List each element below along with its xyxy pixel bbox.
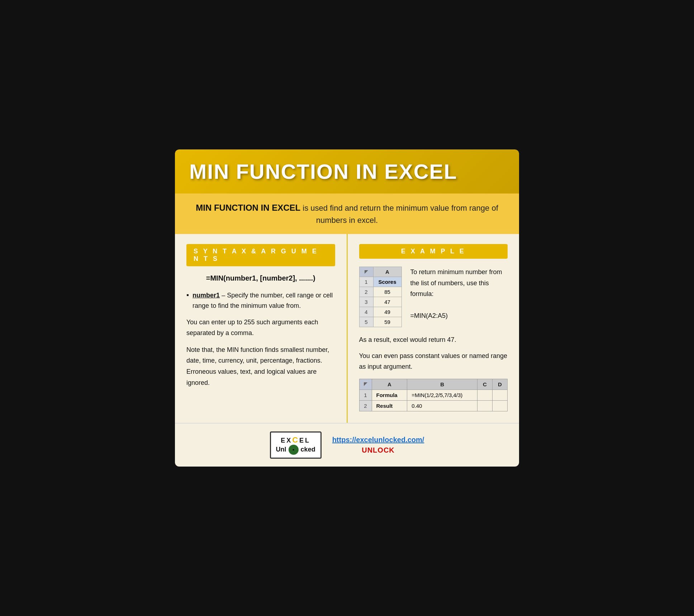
example-header: E X A M P L E bbox=[359, 244, 508, 259]
footer: EXCEL Unl cked https://excelunlocked.com… bbox=[175, 423, 519, 467]
logo-top: EXCEL bbox=[281, 435, 310, 445]
example-table-2: A B C D 1 Formula =MIN(1/2,2/5,7/3,4/3) bbox=[359, 379, 508, 411]
result-text: As a result, excel would return 47. bbox=[359, 334, 508, 345]
argument-item: ▪ number1 – Specify the number, cell ran… bbox=[186, 290, 335, 311]
logo-box: EXCEL Unl cked bbox=[270, 431, 322, 459]
formula1-text: =MIN(A2:A5) bbox=[410, 310, 508, 321]
extra-info-1: You can enter up to 255 such arguments e… bbox=[186, 317, 335, 339]
footer-links: https://excelunlocked.com/ UNLOCK bbox=[332, 436, 424, 454]
description-text: MIN FUNCTION IN EXCEL is used find and r… bbox=[189, 201, 505, 226]
table-row: 2 Result 0.40 bbox=[359, 400, 508, 411]
description-bold: MIN FUNCTION IN EXCEL bbox=[196, 203, 300, 213]
syntax-header: S Y N T A X & A R G U M E N T S bbox=[186, 244, 335, 266]
example-table-1: A 1 Scores 2 85 3 bbox=[359, 267, 402, 327]
description-bar: MIN FUNCTION IN EXCEL is used find and r… bbox=[175, 194, 519, 234]
right-panel: E X A M P L E A 1 Scores bbox=[348, 234, 519, 423]
extra-info-2: Note that, the MIN function finds smalle… bbox=[186, 344, 335, 388]
footer-url-link[interactable]: https://excelunlocked.com/ bbox=[332, 436, 424, 444]
bullet-icon: ▪ bbox=[186, 291, 189, 311]
table-row: 1 Formula =MIN(1/2,2/5,7/3,4/3) bbox=[359, 390, 508, 400]
table-row: 4 49 bbox=[359, 307, 401, 317]
logo-bottom: Unl cked bbox=[276, 445, 315, 455]
main-content: S Y N T A X & A R G U M E N T S =MIN(num… bbox=[175, 234, 519, 423]
triangle-cell bbox=[359, 267, 373, 277]
left-panel: S Y N T A X & A R G U M E N T S =MIN(num… bbox=[175, 234, 348, 423]
logo-cked: cked bbox=[301, 446, 315, 453]
page-title: MIN FUNCTION IN EXCEL bbox=[189, 159, 505, 183]
example-description: To return minimum number from the list o… bbox=[410, 267, 508, 327]
col-a-header: A bbox=[373, 267, 401, 277]
scores-header: Scores bbox=[373, 277, 401, 287]
logo-x: C bbox=[292, 435, 299, 444]
argument-label: number1 bbox=[192, 292, 220, 299]
table-row: 3 47 bbox=[359, 297, 401, 307]
description-rest: is used find and return the minimum valu… bbox=[303, 204, 498, 225]
table-row: 1 Scores bbox=[359, 277, 401, 287]
example-content: A 1 Scores 2 85 3 bbox=[359, 267, 508, 327]
syntax-formula: =MIN(number1, [number2], .......) bbox=[186, 274, 335, 282]
logo-unl: Unl bbox=[276, 446, 286, 453]
desc1-text: To return minimum number from the list o… bbox=[410, 267, 508, 300]
table-row: 5 59 bbox=[359, 317, 401, 327]
title-bar: MIN FUNCTION IN EXCEL bbox=[175, 149, 519, 194]
footer-unlock-text: UNLOCK bbox=[362, 446, 395, 454]
triangle-cell-2 bbox=[359, 379, 372, 390]
table-row: 2 85 bbox=[359, 287, 401, 297]
argument-text: number1 – Specify the number, cell range… bbox=[192, 290, 335, 311]
logo-circle-icon bbox=[289, 445, 299, 455]
main-card: MIN FUNCTION IN EXCEL MIN FUNCTION IN EX… bbox=[175, 149, 519, 467]
constant-text: You can even pass constant values or nam… bbox=[359, 350, 508, 372]
